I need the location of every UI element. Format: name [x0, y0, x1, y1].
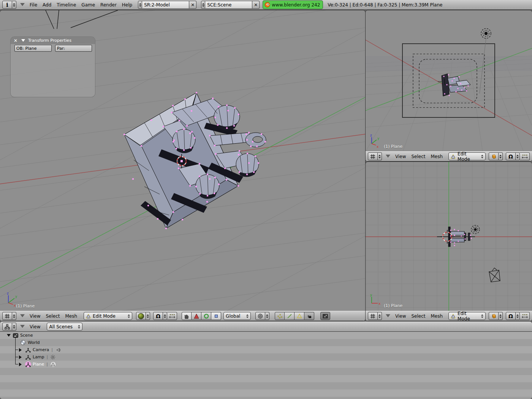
solid-draw-icon[interactable]	[489, 152, 499, 160]
pivot-stepper[interactable]	[163, 312, 167, 320]
orientation-dropdown[interactable]: Global	[223, 312, 251, 320]
screen-name-field[interactable]: SR:2-Model	[142, 1, 189, 9]
header-collapse-icon[interactable]	[386, 314, 390, 320]
mode-dropdown[interactable]: Edit Mode	[448, 312, 486, 320]
panel-close-icon[interactable]: ✕	[14, 38, 17, 43]
proportional-group[interactable]	[255, 312, 269, 320]
menu-help[interactable]: Help	[119, 2, 135, 8]
menu-file[interactable]: File	[27, 2, 40, 8]
draw-type-group[interactable]	[489, 312, 503, 320]
window-type-button-group[interactable]: i	[2, 1, 16, 9]
mode-dropdown[interactable]: Edit Mode	[84, 312, 132, 320]
screen-close-icon[interactable]: ✕	[189, 1, 196, 9]
editor-type-stepper[interactable]	[12, 323, 16, 331]
3d-view-editor-icon[interactable]	[2, 312, 12, 320]
outliner-item-plane[interactable]: Plane |	[0, 361, 532, 368]
version-badge[interactable]: www.blender.org 242	[263, 0, 323, 9]
editor-type-stepper[interactable]	[12, 312, 16, 320]
menu-mesh[interactable]: Mesh	[63, 314, 80, 319]
draw-type-group[interactable]	[136, 312, 150, 320]
screen-stepper[interactable]	[138, 1, 142, 9]
outliner-item-label[interactable]: Plane	[33, 362, 44, 367]
pivot-stepper[interactable]	[516, 312, 520, 320]
menu-view[interactable]: View	[393, 314, 408, 319]
editor-type-group[interactable]	[368, 152, 382, 160]
menu-select[interactable]: Select	[43, 314, 62, 319]
textured-draw-icon[interactable]	[136, 312, 146, 320]
rotation-pivot-icon[interactable]: Ω	[506, 312, 516, 320]
menu-view[interactable]: View	[27, 324, 43, 329]
outliner-item-scene[interactable]: Scene	[0, 332, 532, 339]
editor-type-group[interactable]	[2, 323, 16, 331]
expand-open-icon[interactable]	[7, 334, 11, 339]
transform-properties-panel[interactable]: ✕ Transform Properties OB: Plane Par:	[11, 37, 95, 97]
proportional-edit-icon[interactable]	[255, 312, 265, 320]
draw-type-stepper[interactable]	[499, 312, 503, 320]
outliner-item-world[interactable]: World	[0, 339, 532, 346]
outliner-editor-icon[interactable]	[2, 323, 12, 331]
face-select-icon[interactable]	[294, 312, 304, 320]
manipulator-scale-icon[interactable]	[211, 312, 221, 320]
camera-viewport[interactable]: zyx (1) Plane View Select Mesh Edit Mode	[365, 10, 532, 162]
scene-stepper[interactable]	[201, 1, 205, 9]
outliner-item-label[interactable]: Scene	[20, 333, 33, 338]
menu-mesh[interactable]: Mesh	[428, 154, 446, 159]
info-window-icon[interactable]: i	[2, 1, 12, 9]
parent-field[interactable]: Par:	[55, 45, 92, 52]
edge-select-icon[interactable]	[285, 312, 294, 320]
panel-collapse-icon[interactable]	[21, 39, 25, 44]
screen-selector[interactable]: SR:2-Model ✕	[138, 1, 196, 9]
object-name-field[interactable]: OB: Plane	[14, 45, 52, 52]
top-view-viewport[interactable]: yx (1) Plane View Select Mesh Edit Mode	[365, 162, 532, 321]
header-collapse-icon[interactable]	[386, 155, 390, 160]
menu-select[interactable]: Select	[408, 314, 428, 319]
outliner-item-label[interactable]: Camera	[33, 347, 49, 352]
editor-type-group[interactable]	[2, 312, 16, 320]
menu-timeline[interactable]: Timeline	[54, 2, 79, 8]
manipulator-rotate-icon[interactable]	[201, 312, 211, 320]
pivot-group[interactable]: Ω	[506, 312, 530, 320]
mesh-hand-object-small[interactable]	[438, 74, 470, 96]
solid-draw-icon[interactable]	[489, 312, 499, 320]
editor-type-group[interactable]	[368, 312, 382, 320]
camera-object-wires[interactable]	[46, 10, 118, 29]
mode-dropdown[interactable]: Edit Mode	[448, 152, 486, 160]
outliner-item-label[interactable]: Lamp	[33, 355, 44, 359]
pivot-stepper[interactable]	[516, 152, 520, 160]
menu-view[interactable]: View	[27, 314, 43, 319]
header-collapse-icon[interactable]	[20, 325, 25, 330]
menu-render[interactable]: Render	[98, 2, 119, 8]
outliner-scope-dropdown[interactable]: All Scenes	[47, 323, 82, 331]
outliner-tree[interactable]: Scene World Camera |	[0, 332, 532, 399]
menu-view[interactable]: View	[393, 154, 408, 159]
3d-view-editor-icon[interactable]	[368, 152, 378, 160]
transform-panel-header[interactable]: ✕ Transform Properties	[11, 37, 95, 44]
manipulator-translate-icon[interactable]	[192, 312, 201, 320]
snap-icon[interactable]	[167, 312, 177, 320]
top-viewport-canvas[interactable]: yx	[366, 162, 532, 311]
draw-type-stepper[interactable]	[146, 312, 150, 320]
editor-type-stepper[interactable]	[378, 312, 382, 320]
snap-icon[interactable]	[520, 312, 530, 320]
pivot-group[interactable]: Ω	[153, 312, 177, 320]
scene-selector[interactable]: SCE:Scene ✕	[201, 1, 260, 9]
rotation-pivot-icon[interactable]: Ω	[506, 152, 516, 160]
manipulator-hand-icon[interactable]	[182, 312, 192, 320]
snap-icon[interactable]	[520, 152, 530, 160]
3d-view-editor-icon[interactable]	[368, 312, 378, 320]
scene-name-field[interactable]: SCE:Scene	[205, 1, 252, 9]
editor-type-stepper[interactable]	[378, 152, 382, 160]
draw-type-stepper[interactable]	[499, 152, 503, 160]
menu-game[interactable]: Game	[79, 2, 98, 8]
expand-closed-icon[interactable]	[19, 363, 24, 366]
main-3d-viewport[interactable]: zyx (1) Plane ✕ Transform Properties OB:…	[0, 10, 366, 321]
menu-select[interactable]: Select	[408, 154, 428, 159]
header-collapse-icon[interactable]	[20, 3, 25, 8]
menu-add[interactable]: Add	[40, 2, 54, 8]
vertex-select-icon[interactable]	[275, 312, 285, 320]
mesh-hand-object[interactable]	[124, 93, 266, 228]
pivot-group[interactable]: Ω	[506, 152, 530, 160]
outliner-panel[interactable]: View All Scenes Scene World	[0, 321, 532, 399]
scene-close-icon[interactable]: ✕	[252, 1, 260, 9]
header-collapse-icon[interactable]	[20, 314, 25, 320]
